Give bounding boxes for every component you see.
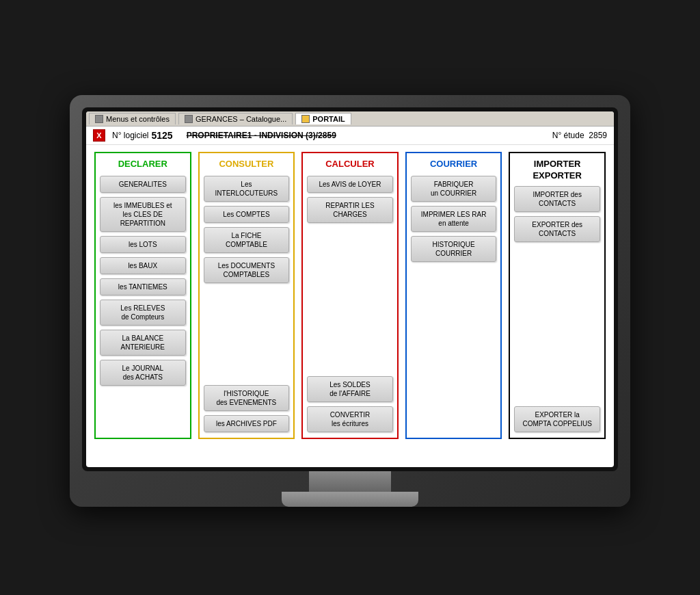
btn-lots[interactable]: les LOTS (100, 236, 186, 253)
btn-fabriquer-courrier[interactable]: FABRIQUERun COURRIER (411, 176, 497, 202)
tab-icon-portail (301, 115, 310, 123)
monitor-screen: Menus et contrôles GERANCES – Catalogue.… (86, 111, 614, 467)
main-content: DECLARER GENERALITES les IMMEUBLES etles… (86, 145, 614, 446)
btn-generalites[interactable]: GENERALITES (100, 176, 186, 193)
close-button[interactable]: X (93, 129, 105, 142)
app-bar: X N° logiciel 5125 PROPRIETAIRE1 - INDIV… (86, 127, 614, 145)
monitor-stand-base (282, 492, 418, 507)
btn-repartir-charges[interactable]: REPARTIR LES CHARGES (307, 197, 393, 223)
btn-historique-courrier[interactable]: HISTORIQUECOURRIER (411, 236, 497, 262)
panel-importer-exporter-title: IMPORTEREXPORTER (533, 159, 582, 182)
logiciel-number: 5125 (151, 130, 172, 141)
app-bar-info: N° logiciel 5125 PROPRIETAIRE1 - INDIVIS… (112, 130, 607, 141)
btn-documents-comptables[interactable]: Les DOCUMENTSCOMPTABLES (204, 257, 290, 283)
btn-releves[interactable]: Les RELEVESde Compteurs (100, 300, 186, 326)
btn-importer-contacts[interactable]: IMPORTER des CONTACTS (514, 186, 600, 212)
btn-immeubles[interactable]: les IMMEUBLES etles CLES DE REPARTITION (100, 197, 186, 232)
monitor-outer: Menus et contrôles GERANCES – Catalogue.… (70, 95, 630, 507)
monitor-screen-border: Menus et contrôles GERANCES – Catalogue.… (82, 107, 618, 471)
study-info: N° étude 2859 (552, 131, 607, 140)
panel-consulter-title: CONSULTER (219, 159, 273, 169)
btn-baux[interactable]: les BAUX (100, 257, 186, 274)
btn-exporter-contacts[interactable]: EXPORTER des CONTACTS (514, 216, 600, 242)
panel-courrier: COURRIER FABRIQUERun COURRIER IMPRIMER L… (405, 152, 502, 439)
btn-tantiemes[interactable]: les TANTIEMES (100, 278, 186, 295)
panel-declarer: DECLARER GENERALITES les IMMEUBLES etles… (94, 152, 191, 439)
btn-exporter-compta[interactable]: EXPORTER laCOMPTA COPPELIUS (514, 406, 600, 432)
btn-soldes-affaire[interactable]: Les SOLDESde l'AFFAIRE (307, 376, 393, 402)
client-info: PROPRIETAIRE1 - INDIVISION (3)/2859 (187, 131, 336, 140)
btn-avis-loyer[interactable]: Les AVIS de LOYER (307, 176, 393, 193)
btn-journal[interactable]: Le JOURNALdes ACHATS (100, 360, 186, 386)
tab-icon-menus (95, 115, 103, 123)
panel-importer-exporter: IMPORTEREXPORTER IMPORTER des CONTACTS E… (509, 152, 606, 439)
btn-historique-evenements[interactable]: l'HISTORIQUEdes EVENEMENTS (204, 385, 290, 411)
btn-archives-pdf[interactable]: les ARCHIVES PDF (204, 415, 290, 432)
tab-gerances-label: GERANCES – Catalogue... (196, 115, 286, 123)
panel-calculer-title: CALCULER (325, 159, 375, 169)
panel-calculer: CALCULER Les AVIS de LOYER REPARTIR LES … (301, 152, 399, 439)
monitor-stand-top (309, 471, 391, 492)
panel-declarer-title: DECLARER (118, 159, 167, 169)
btn-balance[interactable]: La BALANCE ANTERIEURE (100, 330, 186, 356)
tab-portail[interactable]: PORTAIL (295, 113, 351, 124)
panel-consulter: CONSULTER Les INTERLOCUTEURS Les COMPTES… (198, 152, 295, 439)
title-bar: Menus et contrôles GERANCES – Catalogue.… (86, 111, 614, 127)
btn-comptes[interactable]: Les COMPTES (204, 206, 290, 223)
tab-menus-label: Menus et contrôles (106, 115, 170, 123)
study-number: 2859 (589, 131, 607, 140)
tab-portail-label: PORTAIL (312, 115, 345, 123)
btn-interlocuteurs[interactable]: Les INTERLOCUTEURS (204, 176, 290, 202)
logiciel-label: N° logiciel (112, 131, 148, 140)
panel-courrier-title: COURRIER (430, 159, 477, 169)
tab-menus[interactable]: Menus et contrôles (89, 113, 176, 124)
btn-fiche-comptable[interactable]: La FICHE COMPTABLE (204, 227, 290, 253)
btn-convertir-ecritures[interactable]: CONVERTIRles écritures (307, 406, 393, 432)
study-label: N° étude (552, 131, 584, 140)
tab-gerances[interactable]: GERANCES – Catalogue... (178, 113, 293, 124)
btn-imprimer-rar[interactable]: IMPRIMER LES RARen attente (411, 206, 497, 232)
tab-icon-gerances (185, 115, 193, 123)
